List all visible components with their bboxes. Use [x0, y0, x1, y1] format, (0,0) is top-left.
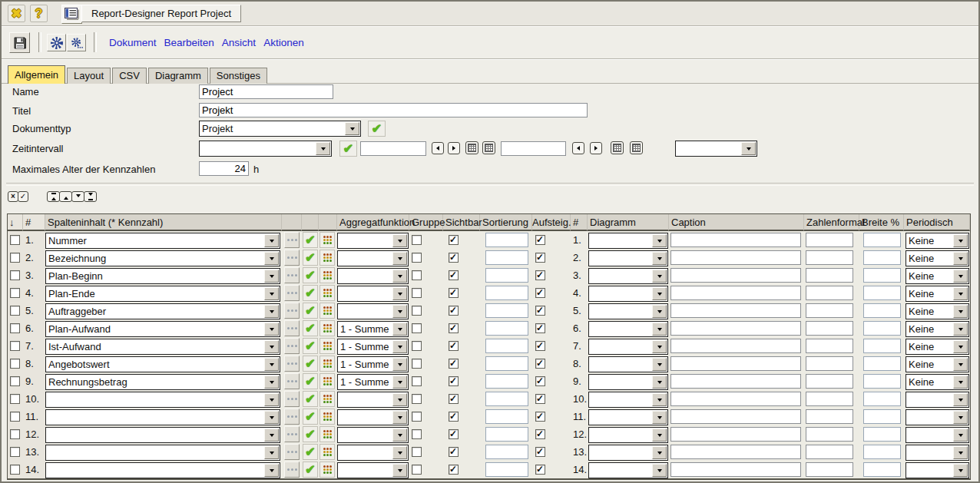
chevron-down-icon[interactable]	[652, 323, 667, 336]
breite-input[interactable]	[863, 268, 901, 283]
chevron-down-icon[interactable]	[953, 252, 968, 265]
chevron-down-icon[interactable]	[953, 234, 968, 247]
row-select-checkbox[interactable]	[10, 270, 20, 280]
chevron-down-icon[interactable]	[652, 375, 667, 389]
periodisch-select[interactable]: Keine	[906, 356, 969, 372]
confirm-column-button[interactable]: ✔	[303, 426, 318, 442]
row-select-checkbox[interactable]	[10, 412, 20, 422]
confirm-column-button[interactable]: ✔	[303, 391, 318, 407]
row-select-checkbox[interactable]	[10, 359, 20, 369]
zeitintervall-von-input[interactable]	[360, 141, 426, 156]
confirm-column-button[interactable]: ✔	[303, 320, 318, 336]
spalteninhalt-select[interactable]	[45, 445, 280, 461]
sortierung-input[interactable]	[485, 427, 528, 442]
chevron-down-icon[interactable]	[392, 252, 407, 265]
aufsteigend-checkbox[interactable]	[535, 341, 545, 351]
chevron-down-icon[interactable]	[392, 411, 407, 424]
gruppe-checkbox[interactable]	[412, 270, 422, 280]
gruppe-checkbox[interactable]	[412, 376, 422, 386]
chevron-down-icon[interactable]	[652, 411, 667, 424]
more-options-button[interactable]	[284, 250, 300, 266]
periodisch-select[interactable]: Keine	[906, 374, 969, 390]
zeitintervall-select[interactable]	[199, 141, 332, 157]
chevron-down-icon[interactable]	[652, 252, 667, 265]
chevron-down-icon[interactable]	[392, 270, 407, 283]
chevron-down-icon[interactable]	[392, 358, 407, 371]
move-up-button[interactable]	[59, 191, 72, 202]
gruppe-checkbox[interactable]	[412, 465, 422, 475]
aggregatfunktion-select[interactable]	[337, 268, 409, 284]
kpi-grid-button[interactable]	[319, 391, 335, 407]
aggregatfunktion-select[interactable]	[337, 445, 409, 461]
refresh-kpis-button[interactable]	[47, 34, 66, 51]
aufsteigend-checkbox[interactable]	[535, 394, 545, 404]
aggregatfunktion-select[interactable]	[337, 392, 409, 408]
kpi-grid-button[interactable]	[319, 356, 335, 372]
tab-allgemein[interactable]: Allgemein	[8, 65, 65, 84]
chevron-down-icon[interactable]	[953, 340, 968, 353]
chevron-down-icon[interactable]	[264, 270, 279, 283]
menu-dokument[interactable]: Dokument	[109, 37, 157, 48]
caption-input[interactable]	[670, 233, 801, 247]
row-select-checkbox[interactable]	[10, 306, 20, 316]
menu-bearbeiten[interactable]: Bearbeiten	[164, 37, 214, 48]
gruppe-checkbox[interactable]	[412, 235, 422, 245]
spalteninhalt-select[interactable]: Plan-Ende	[45, 286, 280, 302]
zahlenformat-input[interactable]	[806, 321, 853, 336]
chevron-down-icon[interactable]	[392, 340, 407, 353]
zahlenformat-input[interactable]	[806, 374, 853, 389]
chevron-down-icon[interactable]	[652, 305, 667, 318]
aggregatfunktion-select[interactable]: 1 - Summe	[337, 374, 409, 390]
confirm-column-button[interactable]: ✔	[303, 285, 318, 301]
spalteninhalt-select[interactable]	[45, 427, 280, 443]
chevron-down-icon[interactable]	[392, 464, 407, 477]
kpi-grid-button[interactable]	[319, 267, 335, 283]
confirm-column-button[interactable]: ✔	[303, 373, 318, 389]
gruppe-checkbox[interactable]	[412, 288, 422, 298]
diagramm-select[interactable]	[588, 356, 668, 372]
spalteninhalt-select[interactable]: Auftraggeber	[45, 303, 280, 319]
chevron-down-icon[interactable]	[264, 234, 279, 247]
diagramm-select[interactable]	[588, 321, 668, 337]
diagramm-select[interactable]	[588, 303, 668, 319]
breite-input[interactable]	[863, 427, 901, 442]
zahlenformat-input[interactable]	[806, 409, 853, 424]
more-options-button[interactable]	[284, 373, 300, 389]
spalteninhalt-select[interactable]: Plan-Aufwand	[45, 321, 280, 337]
dokumenttyp-select[interactable]: Projekt	[199, 121, 361, 137]
caption-input[interactable]	[670, 303, 801, 318]
spalteninhalt-select[interactable]: Ist-Aufwand	[45, 339, 280, 355]
sortierung-input[interactable]	[485, 409, 528, 424]
confirm-column-button[interactable]: ✔	[303, 356, 318, 372]
chevron-down-icon[interactable]	[392, 375, 407, 389]
chevron-down-icon[interactable]	[953, 393, 968, 406]
max-alter-input[interactable]	[199, 161, 249, 176]
chevron-down-icon[interactable]	[652, 270, 667, 283]
zahlenformat-input[interactable]	[806, 339, 853, 353]
zahlenformat-input[interactable]	[806, 303, 853, 318]
sichtbar-checkbox[interactable]	[449, 235, 459, 245]
kpi-grid-button[interactable]	[319, 320, 335, 336]
periodisch-select[interactable]: Keine	[906, 303, 969, 319]
gruppe-checkbox[interactable]	[412, 429, 422, 439]
aufsteigend-checkbox[interactable]	[535, 270, 545, 280]
row-select-checkbox[interactable]	[10, 447, 20, 457]
diagramm-select[interactable]	[588, 462, 668, 478]
periodisch-select[interactable]: Keine	[906, 339, 969, 355]
more-options-button[interactable]	[284, 338, 300, 354]
kpi-grid-button[interactable]	[319, 373, 335, 389]
chevron-down-icon[interactable]	[316, 142, 330, 155]
periodisch-select[interactable]: Keine	[906, 321, 969, 337]
tab-layout[interactable]: Layout	[67, 68, 111, 84]
sortierung-input[interactable]	[485, 356, 528, 371]
chevron-down-icon[interactable]	[953, 358, 968, 371]
prev-date-button[interactable]	[432, 142, 444, 154]
kpi-grid-button[interactable]	[319, 461, 335, 478]
row-select-checkbox[interactable]	[10, 253, 20, 263]
sortierung-input[interactable]	[485, 374, 528, 389]
breite-input[interactable]	[863, 356, 901, 371]
chevron-down-icon[interactable]	[392, 323, 407, 336]
sichtbar-checkbox[interactable]	[449, 306, 459, 316]
aggregatfunktion-select[interactable]	[337, 286, 409, 302]
calendar-button[interactable]	[465, 141, 478, 154]
